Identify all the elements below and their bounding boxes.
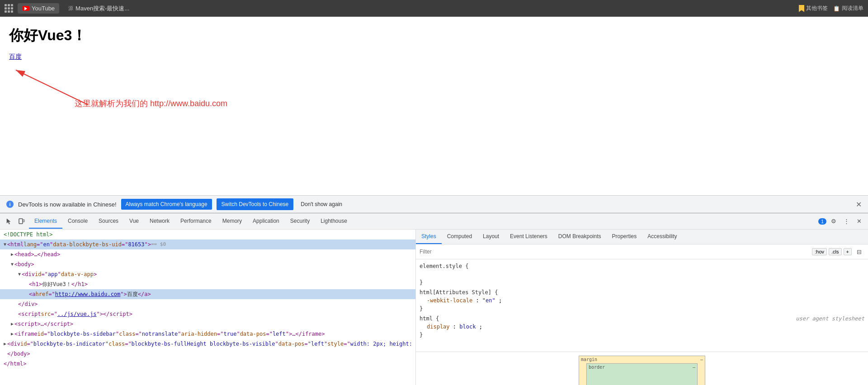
arrow-svg — [0, 30, 339, 143]
styles-panel: Styles Computed Layout Event Listeners D… — [416, 230, 868, 385]
bookmark-other-label: 其他书签 — [806, 5, 828, 12]
dont-show-again-button[interactable]: Don't show again — [298, 199, 345, 210]
style-rule-html-attrs: html[Attributes Style] { -webkit-locale … — [416, 287, 868, 314]
html-expand-arrow[interactable]: ▼ — [4, 240, 6, 249]
dom-line-script-vue[interactable]: <script src =" ../js/vue.js "></script> — [0, 309, 415, 319]
svg-rect-3 — [23, 220, 24, 222]
browser-bar-right: 其他书签 📋 阅读清单 — [799, 5, 863, 12]
box-model-container: margin – border – — [418, 354, 866, 385]
style-rule-element: element.style { } — [416, 261, 868, 287]
styles-tab-event-listeners[interactable]: Event Listeners — [505, 230, 553, 244]
youtube-icon — [22, 6, 29, 11]
bookmark-other[interactable]: 其他书签 — [799, 5, 828, 12]
devtools-tabs: Elements Console Sources Vue Network Per… — [29, 214, 816, 229]
script2-expand-arrow[interactable]: ▶ — [11, 320, 14, 328]
notification-close-icon[interactable]: ✕ — [856, 200, 862, 209]
div-app-expand-arrow[interactable]: ▼ — [18, 270, 21, 278]
margin-value: – — [700, 357, 703, 362]
dom-line-body-open[interactable]: ▼ <body> — [0, 259, 415, 269]
styles-tab-properties[interactable]: Properties — [607, 230, 642, 244]
filter-hov-button[interactable]: :hov — [812, 248, 827, 255]
styles-tab-layout[interactable]: Layout — [477, 230, 505, 244]
devtools-panel: Elements Console Sources Vue Network Per… — [0, 213, 868, 385]
devtools-toolbar: Elements Console Sources Vue Network Per… — [0, 213, 868, 230]
cursor-icon — [5, 218, 13, 225]
svg-rect-2 — [19, 219, 23, 224]
iframe-expand-arrow[interactable]: ▶ — [11, 330, 14, 338]
dom-panel[interactable]: <!DOCTYPE html> ▼ <html lang =" en " dat… — [0, 230, 416, 385]
dom-line-html[interactable]: ▼ <html lang =" en " data-blockbyte-bs-u… — [0, 239, 415, 249]
dom-line-doctype[interactable]: <!DOCTYPE html> — [0, 230, 415, 239]
div-indicator-expand-arrow[interactable]: ▶ — [4, 340, 6, 348]
devtools-notification: i DevTools is now available in Chinese! … — [0, 195, 868, 213]
browser-bar-left: YouTube 源 Maven搜索-最快速... — [5, 3, 793, 14]
styles-tab-dom-breakpoints[interactable]: DOM Breakpoints — [553, 230, 607, 244]
dom-line-body-close[interactable]: </body> — [0, 349, 415, 359]
info-icon: i — [6, 201, 14, 208]
tab-network[interactable]: Network — [144, 214, 175, 229]
box-model-section: margin – border – CSDN @生命是有光的 — [416, 352, 868, 385]
device-icon — [18, 218, 25, 225]
notification-text: DevTools is now available in Chinese! — [18, 201, 117, 208]
tab-security[interactable]: Security — [285, 214, 315, 229]
reading-list-icon: 📋 — [833, 5, 840, 12]
filter-cls-button[interactable]: .cls — [829, 248, 842, 255]
devtools-close-button[interactable]: ✕ — [854, 216, 864, 227]
styles-tab-styles[interactable]: Styles — [416, 230, 442, 244]
console-badge: 1 — [818, 218, 826, 225]
tab-maven[interactable]: 源 Maven搜索-最快速... — [64, 3, 134, 14]
styles-content: element.style { } html[Attributes Style]… — [416, 259, 868, 352]
styles-tab-accessibility[interactable]: Accessibility — [642, 230, 682, 244]
tab-performance[interactable]: Performance — [175, 214, 217, 229]
tab-vue[interactable]: Vue — [124, 214, 144, 229]
tab-application[interactable]: Application — [247, 214, 285, 229]
dom-line-script2[interactable]: ▶ <script>…</script> — [0, 319, 415, 329]
bookmark-reading-list[interactable]: 📋 阅读清单 — [833, 5, 863, 12]
tab-youtube-label: YouTube — [32, 5, 55, 12]
dom-line-iframe[interactable]: ▶ <iframe id =" blockbyte-bs-sidebar " c… — [0, 329, 415, 339]
filter-input[interactable] — [420, 249, 808, 255]
tab-console[interactable]: Console — [62, 214, 93, 229]
margin-label: margin — [581, 357, 597, 362]
head-expand-arrow[interactable]: ▶ — [11, 250, 14, 258]
devtools-settings-button[interactable]: ⚙ — [828, 216, 839, 227]
annotation-overlay: 这里就解析为我们的 http://www.baidu.com — [0, 30, 339, 143]
dom-line-div-app[interactable]: ▼ <div id =" app " data-v-app > — [0, 269, 415, 279]
svg-line-1 — [16, 70, 88, 105]
tab-lighthouse[interactable]: Lighthouse — [315, 214, 353, 229]
body-expand-arrow[interactable]: ▼ — [11, 260, 14, 268]
tab-elements[interactable]: Elements — [29, 214, 62, 229]
device-toggle-button[interactable] — [16, 216, 27, 227]
always-match-button[interactable]: Always match Chrome's language — [121, 199, 212, 210]
dom-line-h1[interactable]: <h1> 你好Vue3！ </h1> — [0, 279, 415, 289]
inspect-element-button[interactable] — [4, 216, 14, 227]
source-icon: 源 — [68, 5, 73, 12]
tab-sources[interactable]: Sources — [93, 214, 124, 229]
filter-bar: :hov .cls + ⊟ — [416, 244, 868, 259]
dom-line-div-close[interactable]: </div> — [0, 299, 415, 309]
toolbar-right: 1 ⚙ ⋮ ✕ — [818, 216, 864, 227]
dom-line-div-indicator[interactable]: ▶ <div id =" blockbyte-bs-indicator " cl… — [0, 339, 415, 349]
dom-line-head[interactable]: ▶ <head>…</head> — [0, 249, 415, 259]
styles-expand-button[interactable]: ⊟ — [854, 246, 864, 257]
devtools-more-button[interactable]: ⋮ — [841, 216, 852, 227]
apps-icon[interactable] — [5, 4, 13, 13]
tab-youtube[interactable]: YouTube — [18, 3, 59, 14]
page-title: 你好Vue3！ — [9, 26, 859, 46]
border-box: border – — [586, 363, 698, 385]
devtools-main: <!DOCTYPE html> ▼ <html lang =" en " dat… — [0, 230, 868, 385]
border-label: border — [589, 365, 605, 370]
page-content: 你好Vue3！ 百度 这里就解析为我们的 http://www.baidu.co… — [0, 17, 868, 195]
bookmark-icon — [799, 5, 804, 12]
border-value: – — [693, 365, 695, 370]
dom-line-html-close[interactable]: </html> — [0, 359, 415, 369]
filter-add-button[interactable]: + — [844, 248, 852, 255]
tab-maven-label: Maven搜索-最快速... — [75, 5, 129, 13]
annotation-text: 这里就解析为我们的 http://www.baidu.com — [75, 98, 227, 109]
style-rule-html: html { user agent stylesheet display : b… — [416, 314, 868, 340]
styles-tab-computed[interactable]: Computed — [442, 230, 477, 244]
tab-memory[interactable]: Memory — [217, 214, 247, 229]
baidu-link[interactable]: 百度 — [9, 53, 22, 60]
dom-line-a[interactable]: <a href =" http://www.baidu.com "> 百度 </… — [0, 289, 415, 299]
switch-to-chinese-button[interactable]: Switch DevTools to Chinese — [217, 198, 294, 210]
